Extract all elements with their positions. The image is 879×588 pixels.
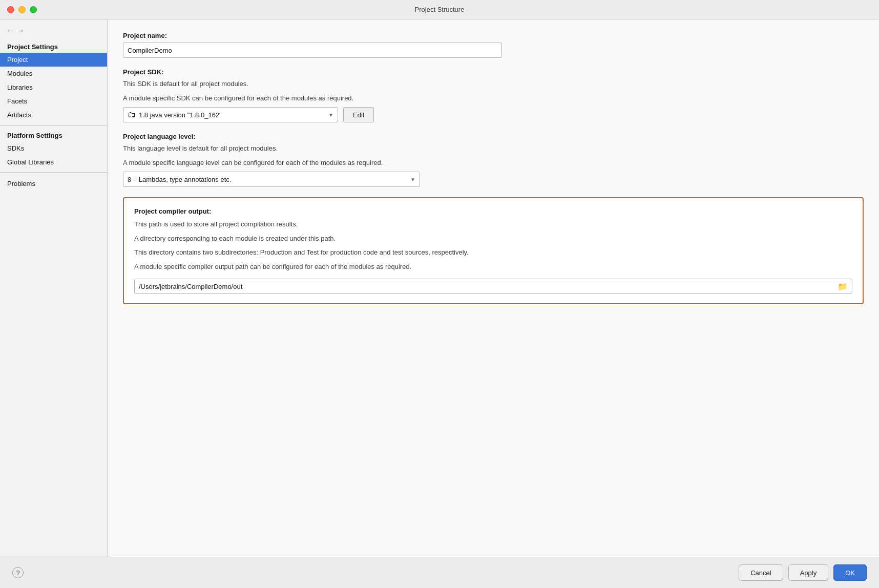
back-arrow[interactable]: ←	[6, 27, 14, 35]
sdk-folder-icon: 🗂	[128, 110, 136, 119]
sidebar-item-artifacts[interactable]: Artifacts	[0, 108, 107, 122]
sidebar-item-global-libraries[interactable]: Global Libraries	[0, 155, 107, 169]
sidebar-divider-2	[0, 172, 107, 173]
sidebar: ← → Project Settings Project Modules Lib…	[0, 19, 108, 557]
project-name-label: Project name:	[123, 32, 864, 39]
sdk-value: 1.8 java version "1.8.0_162"	[139, 111, 222, 119]
main-content: ← → Project Settings Project Modules Lib…	[0, 19, 879, 557]
sdk-dropdown[interactable]: 🗂 1.8 java version "1.8.0_162" ▼	[123, 107, 338, 122]
close-button[interactable]	[7, 6, 14, 13]
sdk-dropdown-arrow: ▼	[328, 112, 333, 118]
project-sdk-label: Project SDK:	[123, 68, 864, 76]
language-level-section: Project language level: This language le…	[123, 133, 864, 187]
content-area: Project name: Project SDK: This SDK is d…	[108, 19, 879, 557]
sidebar-item-libraries[interactable]: Libraries	[0, 80, 107, 94]
language-dropdown-arrow: ▼	[410, 177, 415, 182]
project-settings-header: Project Settings	[0, 40, 107, 53]
project-sdk-section: Project SDK: This SDK is default for all…	[123, 68, 864, 122]
nav-back-forward: ← →	[0, 24, 107, 40]
project-name-section: Project name:	[123, 32, 864, 58]
footer-left: ?	[12, 567, 24, 578]
language-value: 8 – Lambdas, type annotations etc.	[128, 176, 231, 183]
sidebar-item-facets[interactable]: Facets	[0, 94, 107, 108]
apply-button[interactable]: Apply	[788, 564, 829, 581]
ok-button[interactable]: OK	[833, 564, 867, 581]
sidebar-item-modules[interactable]: Modules	[0, 67, 107, 80]
cancel-button[interactable]: Cancel	[739, 564, 783, 581]
language-level-desc1: This language level is default for all p…	[123, 143, 864, 154]
footer: ? Cancel Apply OK	[0, 557, 879, 588]
project-sdk-desc2: A module specific SDK can be configured …	[123, 93, 864, 103]
sdk-dropdown-left: 🗂 1.8 java version "1.8.0_162"	[128, 110, 222, 119]
language-level-desc2: A module specific language level can be …	[123, 158, 864, 168]
edit-sdk-button[interactable]: Edit	[343, 107, 374, 122]
compiler-output-desc3: This directory contains two subdirectori…	[134, 247, 852, 258]
minimize-button[interactable]	[18, 6, 26, 13]
project-name-input[interactable]	[123, 43, 502, 58]
sdk-row: 🗂 1.8 java version "1.8.0_162" ▼ Edit	[123, 107, 864, 122]
sidebar-nav: ← → Project Settings Project Modules Lib…	[0, 19, 107, 557]
browse-folder-icon[interactable]: 📁	[838, 282, 848, 291]
window-controls	[7, 6, 37, 13]
compiler-output-path-row: 📁	[134, 279, 852, 294]
maximize-button[interactable]	[30, 6, 37, 13]
compiler-output-path-input[interactable]	[139, 283, 838, 290]
sidebar-divider	[0, 125, 107, 125]
platform-settings-header: Platform Settings	[0, 129, 107, 141]
compiler-output-desc4: A module specific compiler output path c…	[134, 262, 852, 272]
compiler-output-desc2: A directory corresponding to each module…	[134, 234, 852, 244]
sidebar-item-sdks[interactable]: SDKs	[0, 141, 107, 155]
project-sdk-desc1: This SDK is default for all project modu…	[123, 79, 864, 89]
window-title: Project Structure	[415, 6, 465, 13]
title-bar: Project Structure	[0, 0, 879, 19]
forward-arrow[interactable]: →	[16, 27, 25, 35]
language-dropdown[interactable]: 8 – Lambdas, type annotations etc. ▼	[123, 172, 420, 187]
compiler-output-desc1: This path is used to store all project c…	[134, 219, 852, 229]
language-level-label: Project language level:	[123, 133, 864, 140]
compiler-output-section: Project compiler output: This path is us…	[123, 197, 864, 304]
help-button[interactable]: ?	[12, 567, 24, 578]
sidebar-item-project[interactable]: Project	[0, 53, 107, 67]
sidebar-item-problems[interactable]: Problems	[0, 176, 107, 192]
compiler-output-label: Project compiler output:	[134, 207, 852, 215]
